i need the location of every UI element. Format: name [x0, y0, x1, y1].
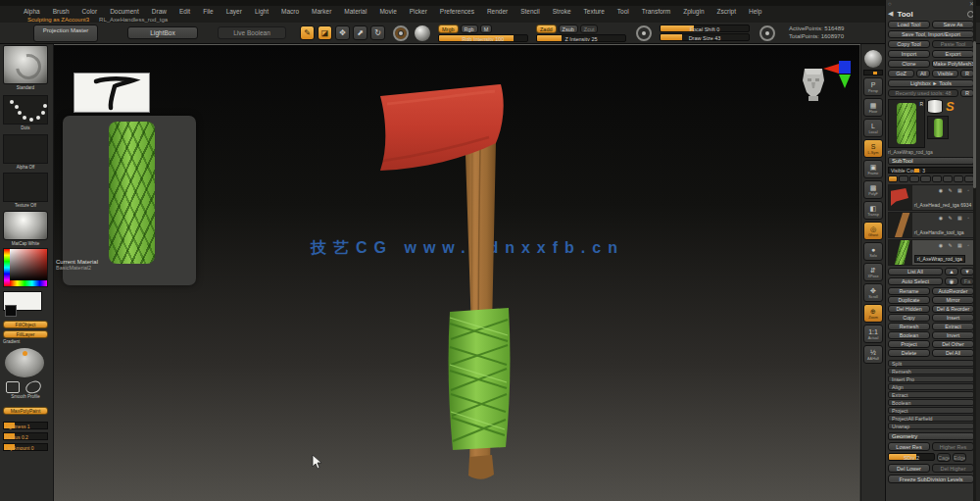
goz-visible-button[interactable]: Visible [932, 70, 958, 77]
stroke-curve-toggle[interactable] [636, 25, 652, 41]
subtool-mini-icons[interactable]: ◉ ✎ ▦ ◦ [939, 242, 971, 248]
menu-item[interactable]: Layer [226, 8, 242, 15]
list-all-button[interactable]: List All [888, 268, 943, 276]
menu-item[interactable]: Stroke [553, 8, 571, 15]
zadd-button[interactable]: Zadd [536, 25, 557, 33]
bpr-render-button[interactable] [864, 50, 882, 68]
subtool-action-button[interactable]: Del Hidden [888, 305, 930, 313]
color-picker[interactable] [3, 248, 48, 287]
menu-item[interactable]: Edit [179, 8, 190, 15]
del-lower-button[interactable]: Del Lower [888, 464, 930, 473]
subtool-up-button[interactable]: ▲ [945, 268, 958, 276]
transform-tool-button[interactable]: ↻ [370, 25, 385, 40]
axe-model[interactable] [54, 45, 860, 501]
maxpolypaint-button[interactable]: MaxPolyPaint [3, 407, 48, 415]
symmetry-toggle[interactable] [760, 25, 775, 41]
menu-item[interactable]: Macro [281, 8, 299, 15]
copy-tool-button[interactable]: Copy Tool [888, 40, 930, 48]
subtool-action-button[interactable]: Copy [888, 314, 930, 322]
shelf-icon-button[interactable]: ✥ Scroll [863, 283, 883, 302]
current-stroke-thumbnail[interactable] [3, 95, 48, 125]
edge-button[interactable]: Edge [953, 453, 966, 462]
subtool-strip-icon[interactable] [943, 175, 953, 182]
menu-item[interactable]: Zscript [717, 8, 737, 15]
current-brush-thumbnail[interactable] [3, 45, 48, 84]
thumb-r-chip[interactable]: R [919, 101, 923, 107]
subtool-action-button[interactable]: Duplicate [888, 296, 930, 304]
goz-all-button[interactable]: All [916, 70, 930, 77]
subtool-section-header[interactable]: SubTool [888, 157, 974, 165]
subtool-row[interactable]: ◉ ✎ ▦ ◦ rl_AxeHead_red_tga 6934 [888, 184, 974, 211]
goz-button[interactable]: GoZ [888, 70, 914, 77]
subtool-action-button[interactable]: Invert [932, 331, 974, 339]
subtool-action-button[interactable]: Boolean [888, 331, 930, 339]
shelf-icon-button[interactable]: ▦ Floor [863, 98, 883, 117]
save-import-export-button[interactable]: Save Tool, Import/Export [888, 30, 974, 38]
menu-item[interactable]: Transform [642, 8, 670, 15]
recent-tool-thumbnail[interactable] [927, 116, 949, 139]
menu-item[interactable]: Picker [410, 8, 427, 15]
zsub-button[interactable]: Zsub [559, 25, 578, 33]
save-as-button[interactable]: Save As [932, 21, 974, 28]
del-higher-button[interactable]: Del Higher [932, 464, 974, 473]
draw-size-slider[interactable]: Draw Size 43 [660, 33, 750, 41]
transform-tool-button[interactable]: ✥ [335, 25, 350, 40]
rgb-button[interactable]: Rgb [461, 25, 478, 33]
menu-item[interactable]: Movie [379, 8, 396, 15]
menu-item[interactable]: Material [344, 8, 367, 15]
subtool-action-button[interactable]: Delete [888, 349, 930, 357]
menu-item[interactable]: Light [255, 8, 269, 15]
subtool-action-button[interactable]: Rename [888, 287, 930, 295]
z-intensity-slider[interactable]: Z Intensity 25 [536, 34, 626, 42]
shelf-icon-button[interactable]: ◎ Ghost [863, 222, 883, 240]
subtool-strip-icon[interactable] [888, 175, 898, 182]
shelf-icon-button[interactable]: ▣ Frame [863, 160, 883, 178]
subtool-action-button[interactable]: Del Other [932, 340, 974, 348]
subtool-action-button[interactable]: Mirror [932, 296, 974, 304]
recent-tools-slider[interactable]: Recently used tools: 48 [888, 89, 958, 97]
tool-palette-scrollbar[interactable] [973, 0, 976, 501]
shelf-icon-button[interactable]: ⊕ Zoom [863, 304, 883, 323]
menu-item[interactable]: Draw [152, 8, 167, 15]
current-alpha-thumbnail[interactable] [3, 134, 48, 164]
menu-item[interactable]: Preferences [440, 8, 474, 15]
tray-slider[interactable]: LayAmount 0 [3, 443, 48, 451]
menu-item[interactable]: Zplugin [683, 8, 704, 15]
export-button[interactable]: Export [932, 50, 974, 58]
shelf-icon-button[interactable]: ½ AAHalf [863, 345, 883, 364]
collapsed-section-header[interactable]: Remesh [888, 368, 974, 375]
light-placement-sphere[interactable] [5, 348, 44, 377]
shelf-icon-button[interactable]: ● Solo [863, 242, 883, 261]
geometry-section-header[interactable]: Geometry [888, 432, 974, 440]
tray-slider[interactable]: Lightness 1 [3, 422, 48, 429]
subtool-strip-icon[interactable] [932, 175, 942, 182]
subtool-eye-button[interactable]: ◉ [945, 277, 958, 285]
collapsed-section-header[interactable]: Unwrap [888, 423, 974, 429]
current-material-thumbnail[interactable] [3, 211, 48, 240]
goz-r-button[interactable]: R [960, 70, 974, 77]
shelf-icon-button[interactable]: P Persp [863, 77, 883, 96]
current-tool-thumbnail[interactable]: R [888, 99, 925, 148]
menu-item[interactable]: Tool [617, 8, 629, 15]
axis-gizmo[interactable] [823, 60, 858, 87]
subtool-count-slider[interactable]: Visible Count: 3 [888, 167, 974, 174]
mrgb-button[interactable]: Mrgb [438, 25, 459, 33]
subtool-action-button[interactable]: Remesh [888, 323, 930, 330]
collapsed-section-header[interactable]: Align [888, 383, 974, 390]
subtool-row[interactable]: ◉ ✎ ▦ ◦ rl_AxeHandle_tool_tga [888, 212, 974, 238]
live-boolean-button[interactable]: Live Boolean [218, 26, 286, 39]
projection-master-button[interactable]: Projection Master [33, 25, 98, 42]
subtool-action-button[interactable]: Extract [932, 323, 974, 330]
subtool-action-button[interactable]: Del & Reorder [932, 305, 974, 313]
menu-item[interactable]: File [203, 8, 213, 15]
menu-item[interactable]: Render [487, 8, 508, 15]
m-button[interactable]: M [480, 25, 493, 33]
subtool-mini-icons[interactable]: ◉ ✎ ▦ ◦ [939, 215, 971, 221]
shelf-icon-button[interactable]: S L.Sym [863, 139, 883, 158]
menu-item[interactable]: Help [749, 8, 761, 15]
collapse-arrow-icon[interactable]: ◀ [888, 10, 893, 18]
spix-slider[interactable] [863, 70, 883, 75]
freeze-subdiv-button[interactable]: Freeze SubDivision Levels [888, 475, 974, 483]
collapsed-section-header[interactable]: Boolean [888, 399, 974, 406]
lightbox-button[interactable]: LightBox [127, 26, 198, 39]
